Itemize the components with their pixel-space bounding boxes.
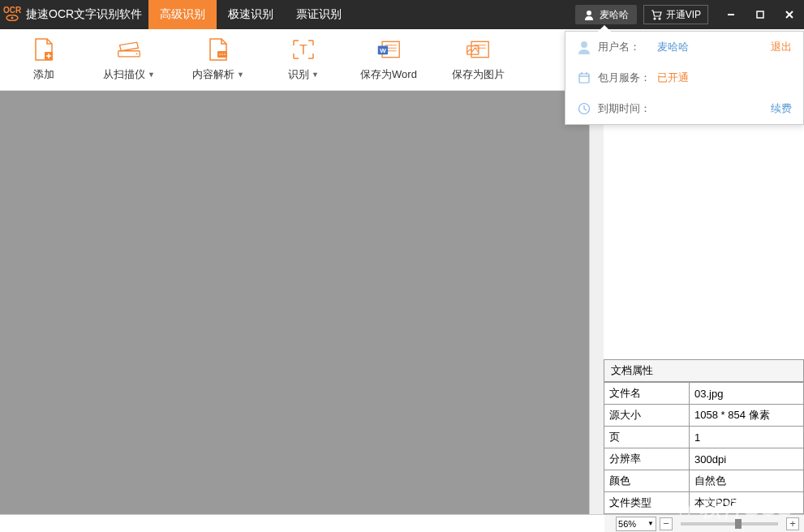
app-logo: OCR xyxy=(0,0,24,29)
table-row: 页1 xyxy=(604,427,804,448)
parse-label: 内容解析 xyxy=(192,67,234,82)
calendar-icon xyxy=(577,71,591,85)
prop-key: 颜色 xyxy=(604,470,690,492)
user-icon xyxy=(583,9,595,20)
tab-fast[interactable]: 极速识别 xyxy=(217,0,285,29)
logout-link[interactable]: 退出 xyxy=(771,40,792,54)
chevron-down-icon: ▼ xyxy=(148,71,155,79)
table-row: 颜色自然色 xyxy=(604,470,804,492)
chevron-down-icon: ▼ xyxy=(312,71,319,79)
recognize-button[interactable]: T 识别▼ xyxy=(263,32,344,88)
right-panel: 文档属性 文件名03.jpg 源大小1058 * 854 像素 页1 分辨率30… xyxy=(604,91,804,514)
vertical-scrollbar[interactable] xyxy=(589,91,604,514)
svg-rect-30 xyxy=(579,74,589,83)
service-label: 包月服务： xyxy=(598,71,651,85)
zoom-select[interactable]: 56%▼ xyxy=(616,517,656,531)
expiry-label: 到期时间： xyxy=(598,101,651,116)
scanner-icon xyxy=(117,38,141,61)
prop-value: 本文PDF xyxy=(690,492,804,514)
prop-value: 1 xyxy=(690,427,804,448)
zoom-slider[interactable] xyxy=(681,522,778,526)
svg-point-15 xyxy=(219,54,221,55)
user-popup: 用户名： 麦哈哈 退出 包月服务： 已开通 到期时间： 续费 xyxy=(565,31,804,125)
vip-button[interactable]: 开通VIP xyxy=(643,5,708,24)
save-image-label: 保存为图片 xyxy=(452,67,505,82)
add-label: 添加 xyxy=(33,67,54,82)
clock-icon xyxy=(577,101,591,116)
user-name-label: 麦哈哈 xyxy=(600,8,629,22)
svg-point-2 xyxy=(587,11,591,15)
chevron-down-icon: ▼ xyxy=(647,520,654,527)
svg-point-16 xyxy=(221,54,223,55)
maximize-button[interactable] xyxy=(746,0,775,29)
main-tabs: 高级识别 极速识别 票证识别 xyxy=(148,0,353,29)
slider-thumb[interactable] xyxy=(735,519,742,529)
table-row: 源大小1058 * 854 像素 xyxy=(604,405,804,427)
tab-advanced[interactable]: 高级识别 xyxy=(148,0,217,29)
prop-value: 1058 * 854 像素 xyxy=(690,405,804,427)
svg-point-4 xyxy=(659,18,660,19)
prop-key: 页 xyxy=(604,427,690,448)
scanner-button[interactable]: 从扫描仪▼ xyxy=(84,32,174,88)
save-word-button[interactable]: W 保存为Word xyxy=(344,32,433,88)
zoom-bar: 56%▼ − + xyxy=(604,514,804,532)
window-controls xyxy=(716,0,804,29)
svg-point-29 xyxy=(581,41,587,48)
properties-header: 文档属性 xyxy=(604,359,804,382)
file-add-icon xyxy=(32,38,56,61)
zoom-in-button[interactable]: + xyxy=(786,517,799,530)
user-button[interactable]: 麦哈哈 xyxy=(575,5,637,24)
vip-label: 开通VIP xyxy=(666,8,701,22)
svg-point-13 xyxy=(136,53,138,54)
prop-key: 源大小 xyxy=(604,405,690,427)
preview-area xyxy=(604,91,804,359)
logo-icon: OCR xyxy=(3,6,21,23)
svg-point-1 xyxy=(11,17,13,19)
prop-value: 300dpi xyxy=(690,448,804,470)
svg-text:T: T xyxy=(299,43,307,57)
prop-key: 分辨率 xyxy=(604,448,690,470)
close-button[interactable] xyxy=(775,0,804,29)
zoom-value: 56% xyxy=(618,519,636,529)
image-icon xyxy=(466,38,490,61)
prop-value: 03.jpg xyxy=(690,383,804,405)
horizontal-scrollbar[interactable] xyxy=(0,514,604,532)
table-row: 文件类型本文PDF xyxy=(604,492,804,514)
parse-button[interactable]: 内容解析▼ xyxy=(174,32,263,88)
service-value: 已开通 xyxy=(657,71,792,85)
svg-rect-6 xyxy=(757,11,763,18)
canvas-area[interactable] xyxy=(0,91,589,514)
renew-link[interactable]: 续费 xyxy=(771,101,792,116)
popup-arrow xyxy=(598,25,611,32)
tab-ticket[interactable]: 票证识别 xyxy=(285,0,353,29)
username-value: 麦哈哈 xyxy=(657,40,764,54)
save-image-button[interactable]: 保存为图片 xyxy=(433,32,522,88)
prop-key: 文件名 xyxy=(604,383,690,405)
parse-icon xyxy=(206,38,230,61)
svg-point-17 xyxy=(224,54,226,55)
app-title: 捷速OCR文字识别软件 xyxy=(24,7,148,22)
prop-key: 文件类型 xyxy=(604,492,690,514)
save-word-label: 保存为Word xyxy=(360,67,417,82)
word-icon: W xyxy=(376,38,401,61)
user-avatar-icon xyxy=(577,40,591,54)
scanner-label: 从扫描仪 xyxy=(103,67,145,82)
table-row: 分辨率300dpi xyxy=(604,448,804,470)
cart-icon xyxy=(651,9,662,20)
minimize-button[interactable] xyxy=(716,0,746,29)
chevron-down-icon: ▼ xyxy=(237,71,244,79)
title-bar: OCR 捷速OCR文字识别软件 高级识别 极速识别 票证识别 麦哈哈 开通VIP xyxy=(0,0,804,29)
recognize-icon: T xyxy=(291,38,316,61)
add-button[interactable]: 添加 xyxy=(3,32,84,88)
table-row: 文件名03.jpg xyxy=(604,383,804,405)
username-label: 用户名： xyxy=(598,40,651,54)
recognize-label: 识别 xyxy=(288,67,309,82)
svg-point-3 xyxy=(654,18,656,19)
prop-value: 自然色 xyxy=(690,470,804,492)
main-area: 文档属性 文件名03.jpg 源大小1058 * 854 像素 页1 分辨率30… xyxy=(0,91,804,514)
zoom-out-button[interactable]: − xyxy=(660,517,673,530)
properties-table: 文件名03.jpg 源大小1058 * 854 像素 页1 分辨率300dpi … xyxy=(604,382,804,514)
svg-text:W: W xyxy=(380,46,386,54)
